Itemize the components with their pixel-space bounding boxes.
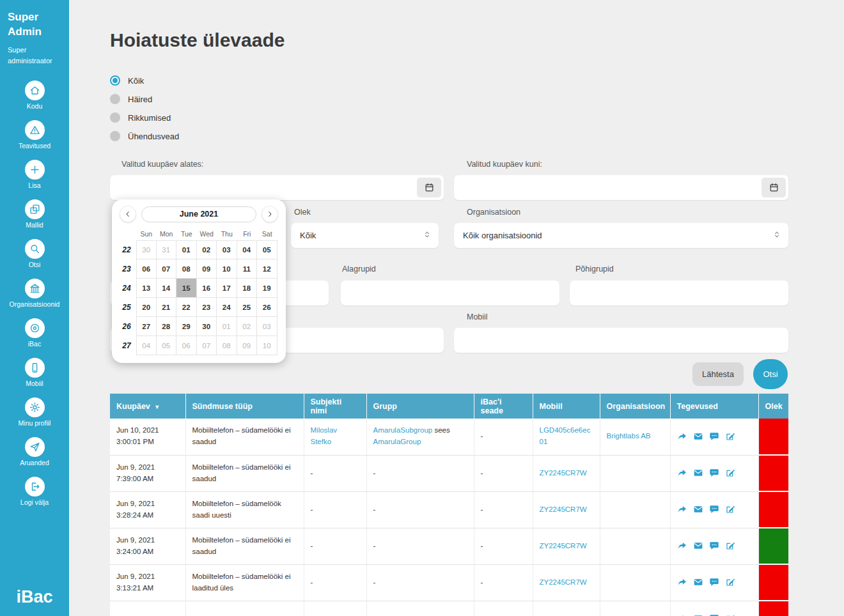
edit-action-button[interactable] [725, 577, 735, 587]
date-to-input[interactable] [454, 175, 788, 200]
edit-action-button[interactable] [725, 468, 735, 478]
mail-action-button[interactable] [693, 541, 703, 551]
sidebar-item-ibac[interactable]: iBac [0, 313, 69, 353]
sidebar-item-teavitused[interactable]: Teavitused [0, 115, 69, 155]
date-to-calendar-button[interactable] [762, 178, 786, 197]
reset-button[interactable]: Lähtesta [692, 362, 744, 386]
sidebar-item-lisa[interactable]: Lisa [0, 155, 69, 194]
forward-action-button[interactable] [677, 468, 687, 478]
date-from-input[interactable] [110, 175, 444, 200]
sidebar-item-minu-profiil[interactable]: Minu profiil [0, 392, 69, 432]
radio-h-ired[interactable]: Häired [110, 94, 179, 104]
calendar-day[interactable]: 23 [197, 298, 217, 317]
calendar-day[interactable]: 05 [157, 336, 177, 355]
calendar-day[interactable]: 20 [136, 298, 157, 317]
column-header-kuup-ev[interactable]: Kuupäev ▼ [110, 394, 185, 419]
calendar-day[interactable]: 19 [257, 279, 277, 298]
forward-action-button[interactable] [677, 577, 687, 587]
calendar-day[interactable]: 03 [217, 240, 237, 259]
calendar-day[interactable]: 03 [257, 317, 277, 336]
cell-link[interactable]: LGD405c6e6ec01 [540, 426, 591, 445]
edit-action-button[interactable] [725, 541, 735, 551]
calendar-next-button[interactable] [262, 206, 278, 222]
calendar-day[interactable]: 22 [176, 298, 197, 317]
sidebar-item-otsi[interactable]: Otsi [0, 234, 69, 273]
column-header-tegevused[interactable]: Tegevused [670, 394, 758, 419]
chat-action-button[interactable] [709, 431, 719, 441]
calendar-day[interactable]: 07 [157, 259, 177, 279]
calendar-day[interactable]: 08 [176, 259, 197, 279]
cell-link[interactable]: Brightlabs AB [607, 432, 651, 440]
cell-link[interactable]: Miloslav Stefko [311, 426, 338, 445]
chat-action-button[interactable] [709, 613, 719, 616]
calendar-day[interactable]: 24 [217, 298, 237, 317]
calendar-day[interactable]: 04 [237, 240, 258, 259]
calendar-day[interactable]: 15 [176, 279, 197, 298]
mail-action-button[interactable] [693, 468, 703, 478]
calendar-day[interactable]: 25 [237, 298, 258, 317]
mail-action-button[interactable] [693, 431, 703, 441]
column-header-olek[interactable]: Olek [758, 394, 788, 419]
edit-action-button[interactable] [725, 504, 735, 514]
calendar-day[interactable]: 04 [136, 336, 157, 355]
chat-action-button[interactable] [709, 577, 719, 587]
maingroups-input[interactable] [570, 281, 788, 305]
calendar-day[interactable]: 16 [197, 279, 217, 298]
cell-link[interactable]: AmarulaGroup [373, 438, 421, 445]
cell-link[interactable]: ZY2245CR7W [540, 578, 587, 586]
calendar-day[interactable]: 09 [237, 336, 258, 355]
calendar-day[interactable]: 02 [197, 240, 217, 259]
status-select[interactable]: Kõik [291, 223, 439, 248]
radio-rikkumised[interactable]: Rikkumised [110, 112, 179, 123]
chat-action-button[interactable] [709, 541, 719, 551]
mail-action-button[interactable] [693, 504, 703, 514]
radio-hendusvead[interactable]: Ühendusvead [110, 131, 179, 141]
calendar-day[interactable]: 01 [176, 240, 197, 259]
calendar-day[interactable]: 30 [197, 317, 217, 336]
column-header-organisatsioon[interactable]: Organisatsioon [600, 394, 670, 419]
column-header-grupp[interactable]: Grupp [366, 394, 474, 419]
calendar-day[interactable]: 01 [217, 317, 237, 336]
calendar-day[interactable]: 14 [157, 279, 177, 298]
calendar-day[interactable]: 13 [136, 279, 157, 298]
edit-action-button[interactable] [725, 431, 735, 441]
calendar-day[interactable]: 12 [257, 259, 277, 279]
cell-link[interactable]: ZY2245CR7W [540, 469, 587, 477]
calendar-day[interactable]: 18 [237, 279, 258, 298]
calendar-day[interactable]: 06 [176, 336, 197, 355]
forward-action-button[interactable] [677, 613, 687, 616]
calendar-day[interactable]: 10 [257, 336, 277, 355]
cell-link[interactable]: ZY2245CR7W [540, 542, 587, 550]
column-header-subjekti-nimi[interactable]: Subjekti nimi [304, 394, 366, 419]
cell-link[interactable]: AmarulaSubgroup [373, 426, 433, 434]
forward-action-button[interactable] [677, 504, 687, 514]
calendar-day[interactable]: 05 [257, 240, 277, 259]
sidebar-item-mallid[interactable]: Mallid [0, 194, 69, 234]
date-from-calendar-button[interactable] [417, 178, 441, 197]
sidebar-item-mobiil[interactable]: Mobiil [0, 353, 69, 392]
mail-action-button[interactable] [693, 577, 703, 587]
chat-action-button[interactable] [709, 504, 719, 514]
calendar-day[interactable]: 07 [197, 336, 217, 355]
calendar-day[interactable]: 28 [157, 317, 177, 336]
calendar-day[interactable]: 06 [136, 259, 157, 279]
sidebar-item-aruanded[interactable]: Aruanded [0, 432, 69, 472]
chat-action-button[interactable] [709, 468, 719, 478]
mobile-input[interactable] [454, 328, 788, 353]
forward-action-button[interactable] [677, 541, 687, 551]
calendar-day[interactable]: 11 [237, 259, 258, 279]
calendar-day[interactable]: 31 [157, 240, 177, 259]
calendar-day[interactable]: 27 [136, 317, 157, 336]
column-header-ibac-i-seade[interactable]: iBac'i seade [474, 394, 533, 419]
calendar-day[interactable]: 08 [217, 336, 237, 355]
calendar-day[interactable]: 21 [157, 298, 177, 317]
organisation-select[interactable]: Kõik organisatsioonid [454, 223, 788, 248]
calendar-day[interactable]: 26 [257, 298, 277, 317]
calendar-day[interactable]: 17 [217, 279, 237, 298]
edit-action-button[interactable] [725, 613, 735, 616]
sidebar-item-kodu[interactable]: Kodu [0, 75, 69, 115]
calendar-day[interactable]: 10 [217, 259, 237, 279]
sidebar-item-logi-v-lja[interactable]: Logi välja [0, 472, 69, 511]
radio-k-ik[interactable]: Kõik [110, 75, 179, 86]
cell-link[interactable]: ZY2245CR7W [540, 505, 587, 513]
